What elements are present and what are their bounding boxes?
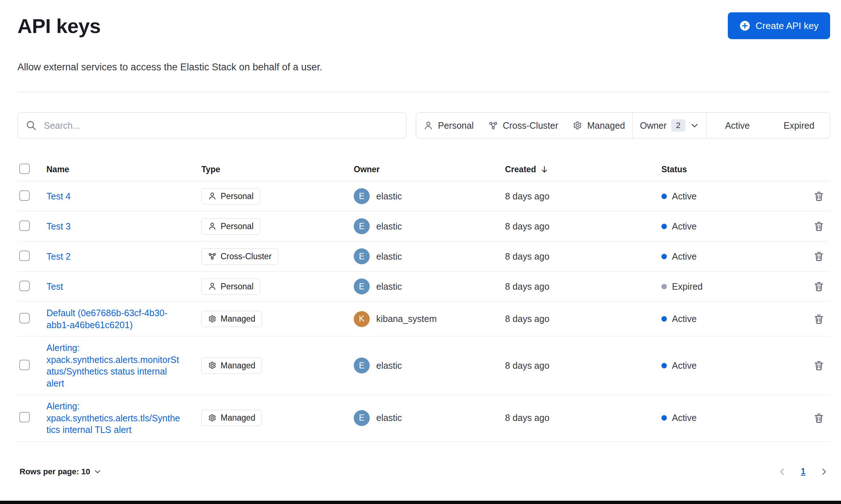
- page-number-1[interactable]: 1: [801, 467, 805, 476]
- delete-api-key-button[interactable]: [811, 249, 826, 264]
- delete-api-key-button[interactable]: [811, 358, 826, 373]
- table-row: Test 2: [17, 241, 830, 272]
- api-keys-table: Name Type Owner Created Status Test 4: [17, 158, 830, 442]
- row-checkbox[interactable]: [19, 251, 30, 261]
- api-key-name-link[interactable]: Test 3: [46, 220, 71, 232]
- owner-cell: E elastic: [354, 248, 505, 264]
- actions-cell: [811, 189, 830, 204]
- status-label: Active: [672, 191, 697, 202]
- avatar: E: [354, 218, 370, 234]
- actions-cell: [811, 358, 830, 373]
- owner-filter-count-badge: 2: [671, 119, 685, 132]
- name-cell: Test 2: [46, 251, 201, 263]
- delete-api-key-button[interactable]: [811, 410, 826, 426]
- column-header-name: Name: [46, 165, 201, 174]
- rows-per-page-label: Rows per page: 10: [20, 467, 90, 476]
- owner-cell: K kibana_system: [354, 311, 505, 327]
- row-checkbox[interactable]: [19, 281, 30, 291]
- row-checkbox[interactable]: [19, 313, 30, 323]
- name-cell: Test 3: [46, 220, 201, 232]
- row-checkbox-cell: [17, 412, 46, 424]
- filter-expired-label: Expired: [784, 120, 815, 131]
- delete-api-key-button[interactable]: [811, 189, 826, 204]
- sort-descending-icon: [540, 165, 549, 174]
- filter-group: Personal Cross-Cluster: [416, 112, 830, 139]
- name-cell: Alerting: xpack.synthetics.alerts.monito…: [46, 342, 201, 389]
- type-badge-label: Cross-Cluster: [221, 252, 272, 261]
- type-badge: Personal: [201, 188, 260, 205]
- row-checkbox[interactable]: [19, 412, 30, 422]
- delete-api-key-button[interactable]: [811, 311, 826, 327]
- name-cell: Alerting: xpack.synthetics.alerts.tls/Sy…: [46, 400, 201, 436]
- cross-cluster-icon: [488, 121, 498, 131]
- table-row: Alerting: xpack.synthetics.alerts.monito…: [17, 336, 830, 395]
- api-key-name-link[interactable]: Alerting: xpack.synthetics.alerts.tls/Sy…: [46, 400, 181, 436]
- column-header-status: Status: [659, 165, 801, 174]
- avatar: E: [354, 358, 370, 373]
- owner-cell: E elastic: [354, 410, 505, 426]
- filter-active-button[interactable]: Active: [707, 113, 768, 138]
- owner-cell: E elastic: [354, 358, 505, 373]
- status-label: Active: [672, 413, 697, 423]
- row-checkbox-cell: [17, 313, 46, 325]
- row-checkbox[interactable]: [19, 360, 30, 370]
- delete-api-key-button[interactable]: [811, 219, 826, 234]
- type-cell: Personal: [201, 218, 354, 235]
- api-key-name-link[interactable]: Test: [46, 281, 63, 293]
- api-key-name-link[interactable]: Test 4: [46, 190, 71, 202]
- select-all-checkbox[interactable]: [19, 164, 30, 174]
- next-page-button[interactable]: [818, 466, 830, 478]
- status-cell: Active: [659, 314, 801, 324]
- row-checkbox[interactable]: [19, 220, 30, 231]
- filter-cross-cluster-label: Cross-Cluster: [503, 120, 558, 131]
- search-input[interactable]: [43, 120, 398, 131]
- column-header-created[interactable]: Created: [505, 165, 659, 174]
- search-box: [17, 112, 406, 139]
- create-api-key-button[interactable]: Create API key: [728, 12, 830, 39]
- status-cell: Active: [659, 221, 801, 232]
- page-subtitle: Allow external services to access the El…: [17, 62, 830, 73]
- type-badge-label: Personal: [221, 191, 254, 201]
- status-label: Expired: [672, 281, 703, 292]
- api-key-name-link[interactable]: Alerting: xpack.synthetics.alerts.monito…: [46, 342, 181, 389]
- create-api-key-label: Create API key: [756, 20, 819, 32]
- filter-managed-button[interactable]: Managed: [565, 113, 632, 138]
- plus-in-circle-icon: [739, 20, 750, 31]
- page-title: API keys: [17, 14, 101, 38]
- actions-cell: [811, 219, 830, 234]
- row-checkbox-cell: [17, 251, 46, 263]
- type-cell: Cross-Cluster: [201, 248, 354, 265]
- owner-name: elastic: [376, 221, 402, 232]
- rows-per-page-button[interactable]: Rows per page: 10: [17, 467, 104, 477]
- row-checkbox-cell: [17, 360, 46, 372]
- owner-name: elastic: [376, 413, 402, 423]
- previous-page-button[interactable]: [776, 466, 788, 478]
- created-cell: 8 days ago: [505, 281, 659, 292]
- delete-api-key-button[interactable]: [811, 279, 826, 294]
- type-badge-label: Managed: [221, 361, 255, 371]
- created-cell: 8 days ago: [505, 221, 659, 232]
- column-header-owner: Owner: [354, 165, 505, 174]
- filter-expired-button[interactable]: Expired: [768, 113, 830, 138]
- gear-icon: [208, 361, 217, 370]
- api-key-name-link[interactable]: Test 2: [46, 251, 71, 263]
- row-checkbox[interactable]: [19, 190, 30, 201]
- type-badge: Cross-Cluster: [201, 248, 278, 265]
- actions-cell: [811, 279, 830, 294]
- user-icon: [208, 222, 217, 231]
- status-label: Active: [672, 251, 697, 262]
- filter-personal-button[interactable]: Personal: [416, 113, 481, 138]
- filter-cross-cluster-button[interactable]: Cross-Cluster: [481, 113, 566, 138]
- type-badge-label: Personal: [221, 222, 254, 231]
- created-cell: 8 days ago: [505, 413, 659, 423]
- type-cell: Managed: [201, 311, 354, 327]
- column-header-type: Type: [201, 165, 354, 174]
- status-cell: Active: [659, 360, 801, 371]
- header-divider: [17, 92, 830, 92]
- created-cell: 8 days ago: [505, 360, 659, 371]
- api-keys-page: API keys Create API key Allow external s…: [0, 0, 841, 478]
- header-checkbox-cell: [17, 164, 46, 175]
- filter-owner-button[interactable]: Owner 2: [632, 113, 707, 138]
- api-key-name-link[interactable]: Default (0e67686b-63cf-4b30-abb1-a46be61…: [46, 307, 181, 331]
- table-row: Alerting: xpack.synthetics.alerts.tls/Sy…: [17, 395, 830, 442]
